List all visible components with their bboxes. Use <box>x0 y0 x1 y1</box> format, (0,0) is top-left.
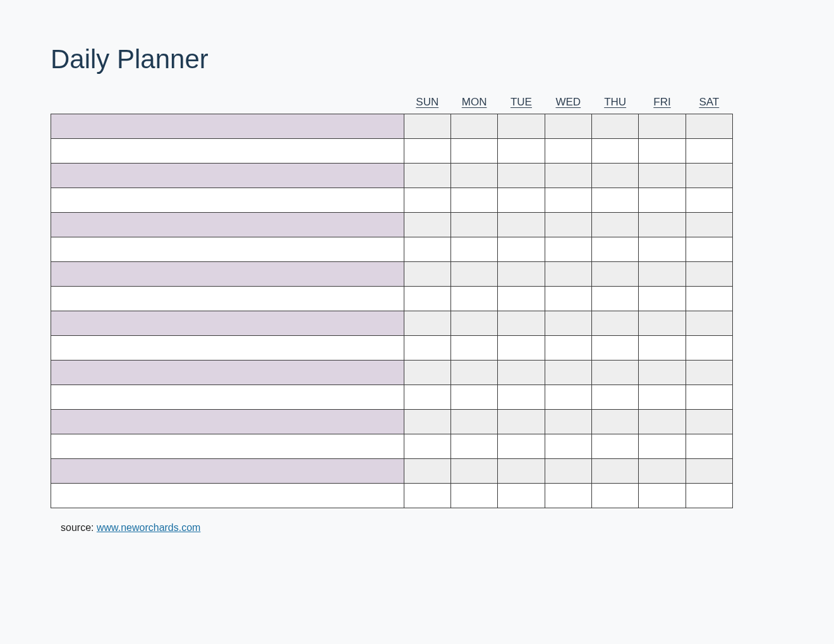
day-cell[interactable] <box>545 262 591 287</box>
day-cell[interactable] <box>639 410 686 434</box>
day-cell[interactable] <box>591 410 638 434</box>
day-cell[interactable] <box>591 114 638 139</box>
day-cell[interactable] <box>545 434 591 459</box>
task-cell[interactable] <box>51 287 404 311</box>
day-cell[interactable] <box>450 459 497 484</box>
day-cell[interactable] <box>686 361 732 385</box>
day-cell[interactable] <box>545 484 591 508</box>
day-cell[interactable] <box>545 164 591 188</box>
day-cell[interactable] <box>404 139 450 164</box>
day-cell[interactable] <box>591 237 638 262</box>
day-cell[interactable] <box>404 262 450 287</box>
day-cell[interactable] <box>686 139 732 164</box>
day-cell[interactable] <box>591 484 638 508</box>
day-cell[interactable] <box>591 385 638 410</box>
day-cell[interactable] <box>404 213 450 237</box>
day-cell[interactable] <box>498 287 545 311</box>
day-cell[interactable] <box>686 188 732 213</box>
day-cell[interactable] <box>545 311 591 336</box>
day-cell[interactable] <box>498 213 545 237</box>
day-cell[interactable] <box>639 361 686 385</box>
day-cell[interactable] <box>450 139 497 164</box>
day-cell[interactable] <box>686 262 732 287</box>
day-cell[interactable] <box>404 336 450 361</box>
day-cell[interactable] <box>545 114 591 139</box>
day-cell[interactable] <box>404 385 450 410</box>
day-cell[interactable] <box>591 262 638 287</box>
day-cell[interactable] <box>450 287 497 311</box>
day-cell[interactable] <box>450 114 497 139</box>
task-cell[interactable] <box>51 262 404 287</box>
day-cell[interactable] <box>498 164 545 188</box>
day-cell[interactable] <box>686 237 732 262</box>
task-cell[interactable] <box>51 434 404 459</box>
task-cell[interactable] <box>51 410 404 434</box>
day-cell[interactable] <box>686 114 732 139</box>
day-cell[interactable] <box>686 484 732 508</box>
day-cell[interactable] <box>591 434 638 459</box>
day-cell[interactable] <box>450 188 497 213</box>
day-cell[interactable] <box>450 484 497 508</box>
day-cell[interactable] <box>498 114 545 139</box>
day-cell[interactable] <box>498 336 545 361</box>
day-cell[interactable] <box>686 459 732 484</box>
task-cell[interactable] <box>51 484 404 508</box>
day-cell[interactable] <box>639 114 686 139</box>
day-cell[interactable] <box>591 188 638 213</box>
day-cell[interactable] <box>450 262 497 287</box>
day-cell[interactable] <box>686 311 732 336</box>
day-cell[interactable] <box>591 164 638 188</box>
day-cell[interactable] <box>545 237 591 262</box>
task-cell[interactable] <box>51 459 404 484</box>
task-cell[interactable] <box>51 164 404 188</box>
day-cell[interactable] <box>450 434 497 459</box>
day-cell[interactable] <box>639 434 686 459</box>
day-cell[interactable] <box>591 287 638 311</box>
day-cell[interactable] <box>639 139 686 164</box>
day-cell[interactable] <box>498 311 545 336</box>
day-cell[interactable] <box>404 459 450 484</box>
day-cell[interactable] <box>591 336 638 361</box>
day-cell[interactable] <box>545 188 591 213</box>
day-cell[interactable] <box>498 237 545 262</box>
task-cell[interactable] <box>51 213 404 237</box>
day-cell[interactable] <box>450 385 497 410</box>
day-cell[interactable] <box>686 434 732 459</box>
day-cell[interactable] <box>545 139 591 164</box>
day-cell[interactable] <box>591 459 638 484</box>
day-cell[interactable] <box>639 262 686 287</box>
day-cell[interactable] <box>404 434 450 459</box>
day-cell[interactable] <box>545 361 591 385</box>
day-cell[interactable] <box>498 262 545 287</box>
day-cell[interactable] <box>450 336 497 361</box>
day-cell[interactable] <box>639 237 686 262</box>
day-cell[interactable] <box>545 459 591 484</box>
day-cell[interactable] <box>404 410 450 434</box>
task-cell[interactable] <box>51 385 404 410</box>
day-cell[interactable] <box>545 385 591 410</box>
task-cell[interactable] <box>51 139 404 164</box>
day-cell[interactable] <box>498 459 545 484</box>
day-cell[interactable] <box>639 311 686 336</box>
day-cell[interactable] <box>450 164 497 188</box>
day-cell[interactable] <box>639 336 686 361</box>
day-cell[interactable] <box>450 311 497 336</box>
day-cell[interactable] <box>591 311 638 336</box>
day-cell[interactable] <box>639 188 686 213</box>
day-cell[interactable] <box>591 213 638 237</box>
day-cell[interactable] <box>686 164 732 188</box>
day-cell[interactable] <box>545 213 591 237</box>
day-cell[interactable] <box>498 410 545 434</box>
day-cell[interactable] <box>498 139 545 164</box>
day-cell[interactable] <box>686 336 732 361</box>
day-cell[interactable] <box>404 114 450 139</box>
day-cell[interactable] <box>498 434 545 459</box>
day-cell[interactable] <box>591 139 638 164</box>
day-cell[interactable] <box>686 287 732 311</box>
day-cell[interactable] <box>404 361 450 385</box>
day-cell[interactable] <box>639 385 686 410</box>
day-cell[interactable] <box>404 484 450 508</box>
day-cell[interactable] <box>404 237 450 262</box>
task-cell[interactable] <box>51 188 404 213</box>
day-cell[interactable] <box>498 484 545 508</box>
